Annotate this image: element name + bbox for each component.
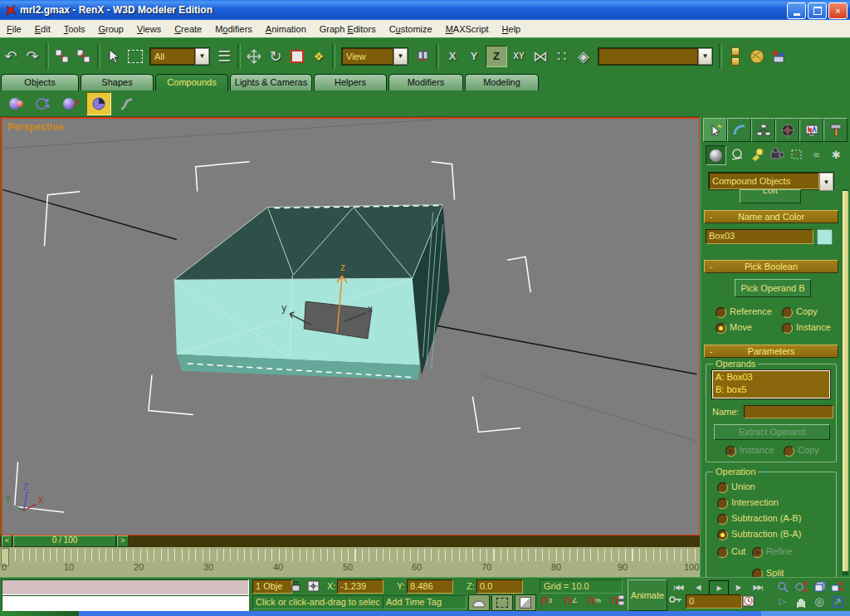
snap-3d-icon[interactable]: U3 bbox=[541, 594, 552, 606]
boolean-icon[interactable] bbox=[86, 92, 111, 115]
select-and-move-icon[interactable] bbox=[243, 44, 265, 69]
object-type-loft-button[interactable]: Loft bbox=[740, 189, 801, 203]
angle-snap-icon[interactable]: U∠ bbox=[564, 594, 578, 606]
cut-radio[interactable] bbox=[717, 547, 728, 558]
set-key-icon[interactable] bbox=[669, 595, 682, 604]
restrict-z-button[interactable]: Z bbox=[486, 46, 507, 67]
material-editor-icon[interactable] bbox=[746, 44, 768, 69]
selection-region-icon[interactable] bbox=[125, 44, 146, 69]
spinner-snap-icon[interactable]: U bbox=[611, 594, 624, 606]
percent-snap-icon[interactable]: U% bbox=[588, 594, 601, 606]
systems-icon[interactable]: ✱ bbox=[827, 145, 846, 164]
create-tab[interactable] bbox=[703, 118, 727, 142]
next-frame-button[interactable]: |▶ bbox=[729, 580, 747, 594]
extract-operand-button[interactable]: Extract Operand bbox=[714, 424, 830, 440]
lights-icon[interactable] bbox=[747, 145, 766, 164]
split-radio[interactable] bbox=[752, 569, 763, 577]
field-of-view-icon[interactable]: ▷ bbox=[774, 594, 791, 609]
scatter-icon[interactable] bbox=[32, 93, 55, 115]
restrict-x-button[interactable]: X bbox=[442, 46, 462, 66]
align-icon[interactable]: ◈ bbox=[573, 44, 594, 69]
selection-lock-icon[interactable] bbox=[291, 580, 301, 592]
box-front-face[interactable] bbox=[174, 278, 420, 365]
viewport-label[interactable]: Perspective bbox=[7, 121, 63, 133]
select-and-scale-icon[interactable] bbox=[286, 44, 308, 69]
motion-tab[interactable] bbox=[775, 118, 799, 142]
connect-icon[interactable] bbox=[59, 93, 82, 115]
category-dropdown[interactable]: Compound Objects ▼ bbox=[708, 172, 834, 190]
reference-coordinate-dropdown[interactable]: View ▼ bbox=[341, 47, 408, 66]
space-warps-icon[interactable]: ≈ bbox=[807, 145, 826, 164]
panel-scrollbar-thumb[interactable] bbox=[843, 191, 848, 571]
y-coord-field[interactable]: 8.486 bbox=[407, 579, 453, 594]
tab-helpers[interactable]: Helpers bbox=[314, 74, 387, 90]
redo-icon[interactable]: ↷ bbox=[22, 44, 43, 69]
frame-forward-button[interactable]: > bbox=[117, 535, 129, 547]
frame-back-button[interactable]: < bbox=[2, 535, 12, 547]
geometry-icon[interactable] bbox=[706, 145, 726, 165]
time-configuration-icon[interactable] bbox=[742, 594, 755, 608]
zoom-extents-icon[interactable] bbox=[811, 579, 828, 594]
hierarchy-tab[interactable] bbox=[751, 118, 775, 142]
subtraction-ba-radio[interactable] bbox=[717, 530, 728, 540]
windows-taskbar-edge[interactable] bbox=[0, 611, 850, 616]
restrict-y-button[interactable]: Y bbox=[464, 46, 484, 66]
menu-create[interactable]: Create bbox=[168, 21, 208, 37]
operands-list[interactable]: A: Box03 B: box5 bbox=[712, 370, 830, 398]
operand-name-input[interactable] bbox=[744, 405, 833, 418]
perspective-viewport[interactable]: z y x Z Y X Perspective bbox=[1, 117, 701, 536]
helpers-icon[interactable] bbox=[787, 145, 806, 164]
loft-icon[interactable] bbox=[115, 93, 139, 115]
name-color-rollout-header[interactable]: - Name and Color bbox=[704, 210, 838, 223]
select-object-icon[interactable] bbox=[103, 44, 125, 69]
mirror-icon[interactable]: ⋈ bbox=[530, 44, 551, 69]
track-view-icon[interactable] bbox=[725, 44, 746, 69]
dropdown-arrow-icon[interactable]: ▼ bbox=[393, 48, 408, 65]
operand-a-item[interactable]: A: Box03 bbox=[713, 371, 829, 384]
macro-recorder-pane[interactable] bbox=[2, 579, 249, 595]
refine-radio[interactable] bbox=[752, 547, 763, 558]
dropdown-arrow-icon[interactable]: ▼ bbox=[819, 173, 833, 191]
parameters-rollout-header[interactable]: - Parameters bbox=[704, 345, 838, 358]
modify-tab[interactable] bbox=[727, 118, 751, 142]
go-to-start-button[interactable]: |◀◀ bbox=[669, 580, 687, 594]
arc-rotate-icon[interactable]: ◎ bbox=[811, 594, 828, 609]
extract-instance-radio[interactable] bbox=[725, 446, 736, 457]
unlink-icon[interactable] bbox=[73, 44, 95, 69]
undo-icon[interactable]: ↶ bbox=[0, 44, 22, 69]
array-icon[interactable]: ∷ bbox=[551, 44, 573, 69]
cameras-icon[interactable] bbox=[767, 145, 786, 164]
zoom-all-icon[interactable] bbox=[793, 579, 809, 594]
see-through-cube-icon[interactable] bbox=[515, 594, 536, 611]
selection-region-mode-icon[interactable] bbox=[491, 594, 513, 611]
box-top-face[interactable] bbox=[174, 205, 443, 281]
current-frame-field[interactable]: 0 bbox=[686, 594, 742, 609]
named-selection-sets-dropdown[interactable]: ▼ bbox=[598, 47, 713, 66]
menu-views[interactable]: Views bbox=[130, 21, 168, 37]
menu-help[interactable]: Help bbox=[496, 21, 528, 37]
zoom-extents-all-icon[interactable] bbox=[829, 579, 846, 594]
select-and-rotate-icon[interactable]: ↻ bbox=[265, 44, 286, 69]
morph-icon[interactable] bbox=[4, 93, 27, 115]
shapes-icon[interactable] bbox=[727, 145, 746, 164]
menu-group[interactable]: Group bbox=[91, 21, 130, 37]
pick-operand-b-button[interactable]: Pick Operand B bbox=[735, 279, 811, 297]
add-time-tag[interactable]: Add Time Tag bbox=[383, 595, 467, 609]
dropdown-arrow-icon[interactable]: ▼ bbox=[195, 48, 209, 65]
menu-maxscript[interactable]: MAXScript bbox=[439, 21, 496, 37]
display-tab[interactable] bbox=[799, 118, 823, 142]
menu-file[interactable]: File bbox=[0, 21, 28, 37]
menu-customize[interactable]: Customize bbox=[383, 21, 439, 37]
select-and-link-icon[interactable] bbox=[51, 44, 73, 69]
intersection-radio[interactable] bbox=[717, 498, 728, 509]
min-max-toggle-icon[interactable] bbox=[829, 594, 846, 609]
operand-b-item[interactable]: B: box5 bbox=[713, 384, 829, 396]
minimize-button[interactable] bbox=[787, 2, 806, 19]
restrict-xy-plane-button[interactable]: XY bbox=[509, 46, 529, 66]
x-coord-field[interactable]: -1.239 bbox=[337, 579, 383, 594]
tab-compounds[interactable]: Compounds bbox=[155, 74, 228, 90]
pan-hand-icon[interactable] bbox=[793, 594, 809, 609]
dropdown-arrow-icon[interactable]: ▼ bbox=[698, 48, 712, 65]
absolute-offset-icon[interactable] bbox=[307, 580, 320, 592]
extract-copy-radio[interactable] bbox=[784, 446, 794, 457]
